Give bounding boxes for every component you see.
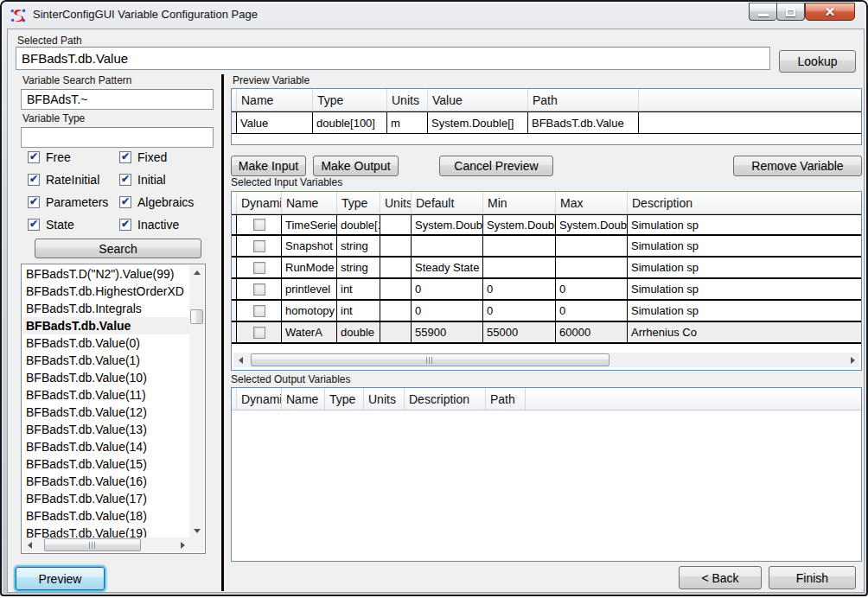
- checkbox-inactive[interactable]: Inactive: [119, 217, 179, 232]
- checkbox-free[interactable]: Free: [28, 150, 71, 165]
- input-variable-row[interactable]: Snapshot string Simulation sp: [232, 236, 861, 258]
- dynamic-checkbox[interactable]: [253, 305, 265, 317]
- column-header-units[interactable]: Units: [387, 89, 428, 111]
- column-header-name[interactable]: Name: [282, 192, 337, 214]
- free-checkbox-icon[interactable]: [28, 151, 40, 163]
- list-item[interactable]: BFBadsT.db.Value(11): [22, 386, 189, 404]
- list-item[interactable]: BFBadsT.db.Value: [22, 317, 189, 334]
- scroll-up-button[interactable]: [189, 265, 204, 279]
- column-header-type[interactable]: Type: [313, 89, 387, 111]
- list-item[interactable]: BFBadsT.db.Integrals: [22, 300, 189, 317]
- make-output-button[interactable]: Make Output: [313, 156, 399, 176]
- lookup-button[interactable]: Lookup: [779, 50, 856, 73]
- cancel-preview-button[interactable]: Cancel Preview: [439, 156, 553, 176]
- list-item[interactable]: BFBadsT.db.Value(17): [22, 490, 189, 507]
- arrow-left-icon: [28, 542, 32, 549]
- scrollbar-thumb[interactable]: [251, 353, 610, 366]
- remove-variable-button[interactable]: Remove Variable: [733, 156, 862, 176]
- checkbox-algebraics[interactable]: Algebraics: [119, 194, 194, 210]
- column-header-default[interactable]: Default: [412, 192, 483, 214]
- list-vertical-scrollbar[interactable]: [189, 265, 204, 538]
- cell-filler: [639, 112, 861, 133]
- cell-min: [483, 236, 556, 256]
- list-item[interactable]: BFBadsT.db.Value(1): [22, 352, 189, 369]
- list-item[interactable]: BFBadsT.db.Value(19): [22, 525, 189, 538]
- dynamic-checkbox[interactable]: [253, 327, 265, 339]
- back-button[interactable]: < Back: [679, 566, 762, 589]
- parameters-checkbox-icon[interactable]: [28, 196, 40, 208]
- cell-name: Value: [237, 112, 313, 133]
- selected-path-input[interactable]: [16, 47, 770, 70]
- dynamic-checkbox[interactable]: [253, 262, 265, 274]
- algebraics-checkbox-icon[interactable]: [119, 196, 131, 208]
- checkbox-state[interactable]: State: [28, 217, 74, 232]
- scroll-right-button[interactable]: [846, 353, 859, 367]
- inactive-checkbox-icon[interactable]: [119, 219, 131, 231]
- scrollbar-thumb[interactable]: [44, 538, 141, 551]
- list-item[interactable]: BFBadsT.db.HighestOrderXD: [22, 283, 189, 300]
- column-header-value[interactable]: Value: [428, 89, 528, 111]
- input-variable-row[interactable]: homotopy int 0 0 0 Simulation sp: [232, 301, 861, 322]
- input-variable-row[interactable]: RunMode string Steady State Simulation s…: [232, 258, 861, 279]
- make-input-button[interactable]: Make Input: [231, 156, 306, 176]
- column-header-dynamic[interactable]: Dynamic: [237, 192, 282, 214]
- state-checkbox-icon[interactable]: [28, 219, 40, 231]
- maximize-button[interactable]: [776, 3, 805, 21]
- list-item[interactable]: BFBadsT.db.Value(13): [22, 421, 189, 438]
- list-item[interactable]: BFBadsT.db.Value(18): [22, 507, 189, 525]
- column-header-min[interactable]: Min: [483, 192, 556, 214]
- variable-type-input[interactable]: [21, 127, 214, 148]
- scrollbar-thumb[interactable]: [190, 309, 203, 324]
- cell-units: [380, 279, 412, 299]
- variable-search-pattern-input[interactable]: [21, 89, 214, 110]
- checkbox-rateinitial[interactable]: RateInitial: [28, 172, 99, 188]
- list-item[interactable]: BFBadsT.db.Value(0): [22, 334, 189, 352]
- list-item[interactable]: BFBadsT.db.Value(15): [22, 455, 189, 473]
- column-header-path[interactable]: Path: [528, 89, 639, 111]
- column-header-name[interactable]: Name: [237, 89, 313, 111]
- cell-min: 55000: [483, 322, 556, 342]
- column-header-path[interactable]: Path: [486, 388, 526, 410]
- scroll-down-button[interactable]: [189, 524, 204, 538]
- input-variable-row[interactable]: TimeSeries double[1] System.Double[] Sys…: [232, 214, 861, 236]
- dynamic-checkbox[interactable]: [253, 219, 265, 231]
- minimize-button[interactable]: [749, 3, 776, 21]
- variable-search-pattern-label: Variable Search Pattern: [22, 74, 132, 86]
- column-header-max[interactable]: Max: [556, 192, 628, 214]
- list-item[interactable]: BFBadsT.db.Value(16): [22, 473, 189, 490]
- checkbox-parameters[interactable]: Parameters: [28, 194, 108, 210]
- titlebar[interactable]: SinterConfigGUI Variable Configuration P…: [2, 2, 866, 29]
- column-header-type[interactable]: Type: [337, 192, 380, 214]
- list-item[interactable]: BFBadsT.D("N2").Value(99): [22, 265, 189, 283]
- close-button[interactable]: ✕: [805, 3, 855, 21]
- column-header-description[interactable]: Description: [405, 388, 486, 410]
- scroll-left-button[interactable]: [22, 538, 36, 552]
- scroll-left-button[interactable]: [233, 353, 247, 367]
- list-item[interactable]: BFBadsT.db.Value(12): [22, 404, 189, 421]
- input-variable-row[interactable]: WaterA double 55900 55000 60000 Arrheniu…: [232, 322, 861, 344]
- column-header-units[interactable]: Units: [364, 388, 405, 410]
- column-header-name[interactable]: Name: [282, 388, 325, 410]
- dynamic-checkbox[interactable]: [253, 283, 265, 296]
- checkbox-fixed[interactable]: Fixed: [119, 150, 167, 165]
- column-header-dynamic[interactable]: Dynamic: [237, 388, 282, 410]
- column-header-description[interactable]: Description: [628, 192, 861, 214]
- cell-default: System.Double[]: [412, 215, 483, 234]
- dynamic-checkbox[interactable]: [253, 240, 265, 252]
- finish-button[interactable]: Finish: [769, 566, 856, 589]
- scroll-right-button[interactable]: [176, 538, 189, 552]
- list-horizontal-scrollbar[interactable]: [22, 538, 189, 552]
- input-variable-row[interactable]: printlevel int 0 0 0 Simulation sp: [232, 279, 861, 301]
- column-header-units[interactable]: Units: [380, 192, 412, 214]
- list-item[interactable]: BFBadsT.db.Value(14): [22, 438, 189, 455]
- fixed-checkbox-icon[interactable]: [119, 151, 131, 163]
- column-header-type[interactable]: Type: [325, 388, 364, 410]
- input-table-horizontal-scrollbar[interactable]: [233, 353, 859, 367]
- search-button[interactable]: Search: [35, 239, 201, 258]
- preview-variable-row[interactable]: Value double[100] m System.Double[] BFBa…: [232, 111, 861, 134]
- checkbox-initial[interactable]: Initial: [119, 172, 166, 188]
- preview-button[interactable]: Preview: [16, 567, 105, 590]
- list-item[interactable]: BFBadsT.db.Value(10): [22, 369, 189, 386]
- initial-checkbox-icon[interactable]: [119, 174, 131, 186]
- rateinitial-checkbox-icon[interactable]: [28, 174, 40, 186]
